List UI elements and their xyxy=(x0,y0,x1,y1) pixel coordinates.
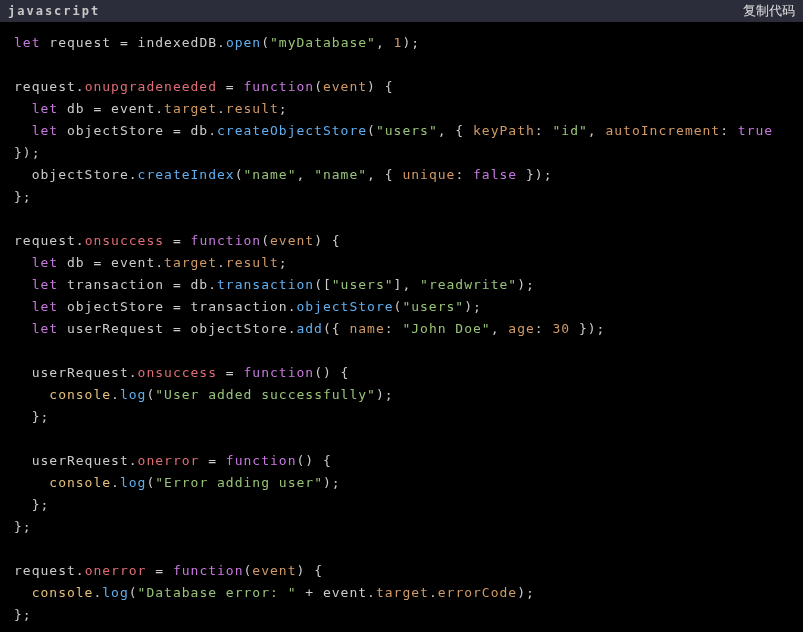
token-kw: let xyxy=(32,277,58,292)
token-punc: : xyxy=(535,123,553,138)
code-line: request.onsuccess = function(event) { xyxy=(14,230,789,252)
token-obj: console xyxy=(49,387,111,402)
token-str: "users" xyxy=(376,123,438,138)
token-punc xyxy=(14,321,32,336)
token-method: createIndex xyxy=(138,167,235,182)
token-prop2: errorCode xyxy=(438,585,517,600)
token-objkey: autoIncrement xyxy=(605,123,720,138)
token-punc: , xyxy=(588,123,606,138)
token-punc: ) { xyxy=(367,79,393,94)
code-line: userRequest.onerror = function() { xyxy=(14,450,789,472)
token-kw: let xyxy=(32,255,58,270)
token-kw: let xyxy=(14,35,40,50)
token-punc: userRequest. xyxy=(14,453,138,468)
token-prop2: target xyxy=(164,101,217,116)
token-punc: }; xyxy=(14,607,32,622)
token-punc: () { xyxy=(314,365,349,380)
token-punc: ); xyxy=(464,299,482,314)
token-prop: onupgradeneeded xyxy=(85,79,217,94)
token-punc xyxy=(14,255,32,270)
token-punc: ( xyxy=(261,233,270,248)
token-punc xyxy=(14,585,32,600)
token-prop: onerror xyxy=(85,563,147,578)
token-kw: function xyxy=(173,563,244,578)
token-punc: ], xyxy=(394,277,420,292)
token-obj: console xyxy=(49,475,111,490)
token-punc: }); xyxy=(14,145,40,160)
code-line: objectStore.createIndex("name", "name", … xyxy=(14,164,789,186)
token-kw: let xyxy=(32,101,58,116)
token-prop2: result xyxy=(226,255,279,270)
token-punc: . xyxy=(111,475,120,490)
token-objkey: unique xyxy=(402,167,455,182)
token-punc: ); xyxy=(517,277,535,292)
token-kw: let xyxy=(32,299,58,314)
token-punc: + event. xyxy=(296,585,375,600)
token-punc: = xyxy=(120,35,129,50)
token-method: objectStore xyxy=(296,299,393,314)
token-punc xyxy=(14,475,49,490)
token-str: "id" xyxy=(552,123,587,138)
token-objkey: age xyxy=(508,321,534,336)
token-prop2: event xyxy=(323,79,367,94)
code-block[interactable]: let request = indexedDB.open("myDatabase… xyxy=(0,22,803,632)
token-prop2: target xyxy=(376,585,429,600)
token-punc: request. xyxy=(14,79,85,94)
token-punc: ( xyxy=(235,167,244,182)
token-punc: , { xyxy=(438,123,473,138)
token-kw: function xyxy=(191,233,262,248)
token-punc: . xyxy=(429,585,438,600)
token-punc xyxy=(14,387,49,402)
code-line xyxy=(14,340,789,362)
token-punc xyxy=(14,123,32,138)
token-punc xyxy=(14,277,32,292)
token-punc: = xyxy=(146,563,172,578)
token-method: log xyxy=(120,475,146,490)
code-line: request.onupgradeneeded = function(event… xyxy=(14,76,789,98)
token-punc xyxy=(14,101,32,116)
code-line: let request = indexedDB.open("myDatabase… xyxy=(14,32,789,54)
token-punc: ( xyxy=(261,35,270,50)
token-punc: }; xyxy=(14,497,49,512)
code-line: request.onerror = function(event) { xyxy=(14,560,789,582)
token-num: 30 xyxy=(552,321,570,336)
code-line: }); xyxy=(14,142,789,164)
token-punc: , xyxy=(296,167,314,182)
copy-code-button[interactable]: 复制代码 xyxy=(743,2,795,20)
token-punc: ); xyxy=(323,475,341,490)
code-line: }; xyxy=(14,516,789,538)
code-line xyxy=(14,428,789,450)
code-line: let objectStore = db.createObjectStore("… xyxy=(14,120,789,142)
code-line: let userRequest = objectStore.add({ name… xyxy=(14,318,789,340)
token-str: "Database error: " xyxy=(138,585,297,600)
token-punc: ) { xyxy=(297,563,323,578)
token-punc: objectStore = db. xyxy=(58,123,217,138)
token-str: "users" xyxy=(402,299,464,314)
code-line xyxy=(14,538,789,560)
token-punc: db = event. xyxy=(58,101,164,116)
token-punc: : xyxy=(385,321,403,336)
token-punc: = xyxy=(199,453,225,468)
code-line: console.log("Error adding user"); xyxy=(14,472,789,494)
token-method: open xyxy=(226,35,261,50)
token-punc: . xyxy=(217,255,226,270)
token-punc: }); xyxy=(570,321,605,336)
token-punc: ); xyxy=(376,387,394,402)
token-kw: false xyxy=(473,167,517,182)
token-kw: function xyxy=(244,79,315,94)
code-line: console.log("User added successfully"); xyxy=(14,384,789,406)
token-punc: ; xyxy=(279,101,288,116)
token-punc: , { xyxy=(367,167,402,182)
token-prop: onsuccess xyxy=(138,365,217,380)
token-punc: objectStore = transaction. xyxy=(58,299,296,314)
token-prop2: event xyxy=(270,233,314,248)
token-punc: : xyxy=(455,167,473,182)
token-prop: onsuccess xyxy=(85,233,164,248)
token-punc: ( xyxy=(367,123,376,138)
token-method: createObjectStore xyxy=(217,123,367,138)
code-line: userRequest.onsuccess = function() { xyxy=(14,362,789,384)
token-kw: function xyxy=(244,365,315,380)
token-punc: }; xyxy=(14,409,49,424)
token-punc: ( xyxy=(129,585,138,600)
token-prop2: target xyxy=(164,255,217,270)
